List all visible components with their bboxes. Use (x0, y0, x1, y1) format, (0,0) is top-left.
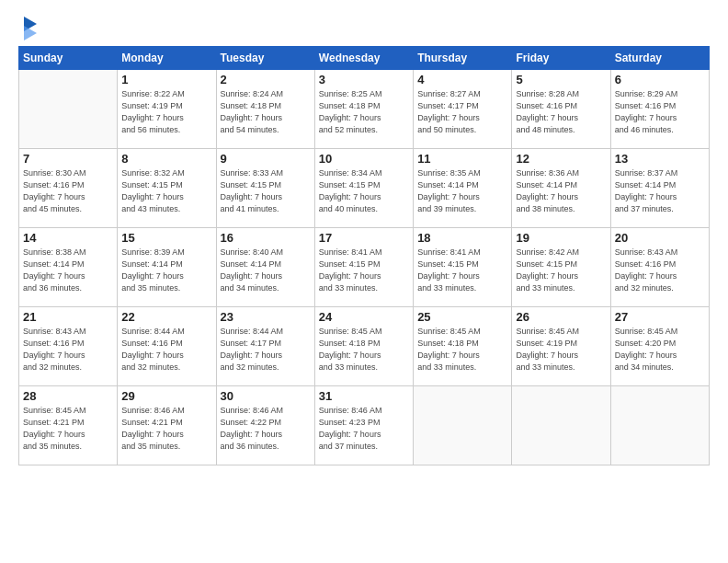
day-number: 16 (221, 231, 311, 245)
calendar-cell: 1Sunrise: 8:22 AM Sunset: 4:19 PM Daylig… (118, 70, 216, 149)
calendar-week-4: 21Sunrise: 8:43 AM Sunset: 4:16 PM Dayli… (19, 307, 710, 386)
day-info: Sunrise: 8:44 AM Sunset: 4:17 PM Dayligh… (221, 326, 311, 373)
weekday-header-sunday: Sunday (19, 47, 118, 70)
day-number: 6 (615, 73, 705, 86)
weekday-header-tuesday: Tuesday (216, 47, 314, 70)
day-info: Sunrise: 8:43 AM Sunset: 4:16 PM Dayligh… (23, 326, 113, 373)
day-info: Sunrise: 8:37 AM Sunset: 4:14 PM Dayligh… (615, 167, 705, 215)
weekday-header-monday: Monday (118, 47, 216, 70)
calendar-cell: 7Sunrise: 8:30 AM Sunset: 4:16 PM Daylig… (19, 149, 118, 228)
calendar-cell: 28Sunrise: 8:45 AM Sunset: 4:21 PM Dayli… (19, 386, 118, 465)
header (18, 15, 710, 40)
day-info: Sunrise: 8:22 AM Sunset: 4:19 PM Dayligh… (121, 88, 211, 136)
calendar-week-5: 28Sunrise: 8:45 AM Sunset: 4:21 PM Dayli… (19, 386, 710, 465)
day-number: 29 (121, 389, 211, 403)
day-info: Sunrise: 8:28 AM Sunset: 4:16 PM Dayligh… (516, 88, 606, 136)
calendar-cell: 27Sunrise: 8:45 AM Sunset: 4:20 PM Dayli… (610, 307, 709, 386)
day-number: 3 (319, 73, 409, 86)
day-info: Sunrise: 8:45 AM Sunset: 4:18 PM Dayligh… (417, 326, 507, 373)
day-info: Sunrise: 8:45 AM Sunset: 4:20 PM Dayligh… (615, 326, 705, 373)
day-info: Sunrise: 8:46 AM Sunset: 4:23 PM Dayligh… (319, 405, 409, 453)
calendar-cell: 4Sunrise: 8:27 AM Sunset: 4:17 PM Daylig… (414, 70, 512, 149)
calendar-cell: 31Sunrise: 8:46 AM Sunset: 4:23 PM Dayli… (314, 386, 413, 465)
calendar-cell: 22Sunrise: 8:44 AM Sunset: 4:16 PM Dayli… (118, 307, 216, 386)
day-number: 22 (121, 310, 211, 324)
day-info: Sunrise: 8:46 AM Sunset: 4:21 PM Dayligh… (121, 405, 211, 453)
day-number: 13 (615, 152, 705, 166)
calendar-cell: 11Sunrise: 8:35 AM Sunset: 4:14 PM Dayli… (414, 149, 512, 228)
day-info: Sunrise: 8:45 AM Sunset: 4:18 PM Dayligh… (319, 326, 409, 373)
day-number: 11 (417, 152, 507, 166)
calendar-week-2: 7Sunrise: 8:30 AM Sunset: 4:16 PM Daylig… (19, 149, 710, 228)
day-number: 26 (516, 310, 606, 324)
day-info: Sunrise: 8:43 AM Sunset: 4:16 PM Dayligh… (615, 247, 705, 294)
calendar-cell: 10Sunrise: 8:34 AM Sunset: 4:15 PM Dayli… (314, 149, 413, 228)
day-info: Sunrise: 8:24 AM Sunset: 4:18 PM Dayligh… (221, 88, 311, 136)
day-number: 2 (221, 73, 311, 86)
day-number: 7 (23, 152, 113, 166)
day-info: Sunrise: 8:42 AM Sunset: 4:15 PM Dayligh… (516, 247, 606, 294)
day-info: Sunrise: 8:32 AM Sunset: 4:15 PM Dayligh… (121, 167, 211, 215)
calendar-cell: 18Sunrise: 8:41 AM Sunset: 4:15 PM Dayli… (414, 228, 512, 307)
day-info: Sunrise: 8:34 AM Sunset: 4:15 PM Dayligh… (319, 167, 409, 215)
calendar-week-3: 14Sunrise: 8:38 AM Sunset: 4:14 PM Dayli… (19, 228, 710, 307)
day-info: Sunrise: 8:39 AM Sunset: 4:14 PM Dayligh… (121, 247, 211, 294)
day-number: 15 (121, 231, 211, 245)
calendar-cell: 9Sunrise: 8:33 AM Sunset: 4:15 PM Daylig… (216, 149, 314, 228)
calendar-cell: 17Sunrise: 8:41 AM Sunset: 4:15 PM Dayli… (314, 228, 413, 307)
day-info: Sunrise: 8:46 AM Sunset: 4:22 PM Dayligh… (221, 405, 311, 453)
weekday-header-row: SundayMondayTuesdayWednesdayThursdayFrid… (19, 47, 710, 70)
day-info: Sunrise: 8:38 AM Sunset: 4:14 PM Dayligh… (23, 247, 113, 294)
day-info: Sunrise: 8:45 AM Sunset: 4:19 PM Dayligh… (516, 326, 606, 373)
logo-icon (20, 15, 40, 40)
calendar-cell: 21Sunrise: 8:43 AM Sunset: 4:16 PM Dayli… (19, 307, 118, 386)
calendar-cell: 14Sunrise: 8:38 AM Sunset: 4:14 PM Dayli… (19, 228, 118, 307)
weekday-header-friday: Friday (512, 47, 610, 70)
calendar-cell: 15Sunrise: 8:39 AM Sunset: 4:14 PM Dayli… (118, 228, 216, 307)
weekday-header-wednesday: Wednesday (314, 47, 413, 70)
calendar-cell: 23Sunrise: 8:44 AM Sunset: 4:17 PM Dayli… (216, 307, 314, 386)
calendar-cell (610, 386, 709, 465)
day-info: Sunrise: 8:45 AM Sunset: 4:21 PM Dayligh… (23, 405, 113, 453)
day-number: 18 (417, 231, 507, 245)
calendar-cell: 19Sunrise: 8:42 AM Sunset: 4:15 PM Dayli… (512, 228, 610, 307)
day-info: Sunrise: 8:36 AM Sunset: 4:14 PM Dayligh… (516, 167, 606, 215)
day-number: 28 (23, 389, 113, 403)
day-number: 20 (615, 231, 705, 245)
calendar-cell: 30Sunrise: 8:46 AM Sunset: 4:22 PM Dayli… (216, 386, 314, 465)
day-number: 8 (121, 152, 211, 166)
day-info: Sunrise: 8:25 AM Sunset: 4:18 PM Dayligh… (319, 88, 409, 136)
calendar-cell (414, 386, 512, 465)
day-number: 9 (221, 152, 311, 166)
calendar-cell: 3Sunrise: 8:25 AM Sunset: 4:18 PM Daylig… (314, 70, 413, 149)
day-number: 31 (319, 389, 409, 403)
calendar-cell (19, 70, 118, 149)
calendar-cell: 16Sunrise: 8:40 AM Sunset: 4:14 PM Dayli… (216, 228, 314, 307)
calendar-cell: 26Sunrise: 8:45 AM Sunset: 4:19 PM Dayli… (512, 307, 610, 386)
calendar-week-1: 1Sunrise: 8:22 AM Sunset: 4:19 PM Daylig… (19, 70, 710, 149)
day-info: Sunrise: 8:30 AM Sunset: 4:16 PM Dayligh… (23, 167, 113, 215)
day-info: Sunrise: 8:41 AM Sunset: 4:15 PM Dayligh… (319, 247, 409, 294)
calendar-cell: 25Sunrise: 8:45 AM Sunset: 4:18 PM Dayli… (414, 307, 512, 386)
day-number: 10 (319, 152, 409, 166)
day-number: 24 (319, 310, 409, 324)
calendar-cell: 6Sunrise: 8:29 AM Sunset: 4:16 PM Daylig… (610, 70, 709, 149)
calendar-cell: 20Sunrise: 8:43 AM Sunset: 4:16 PM Dayli… (610, 228, 709, 307)
day-number: 5 (516, 73, 606, 86)
calendar-cell: 8Sunrise: 8:32 AM Sunset: 4:15 PM Daylig… (118, 149, 216, 228)
day-number: 25 (417, 310, 507, 324)
day-number: 27 (615, 310, 705, 324)
calendar-table: SundayMondayTuesdayWednesdayThursdayFrid… (18, 46, 710, 465)
calendar-cell: 5Sunrise: 8:28 AM Sunset: 4:16 PM Daylig… (512, 70, 610, 149)
svg-marker-1 (24, 26, 37, 40)
weekday-header-thursday: Thursday (414, 47, 512, 70)
calendar-cell: 2Sunrise: 8:24 AM Sunset: 4:18 PM Daylig… (216, 70, 314, 149)
day-number: 14 (23, 231, 113, 245)
day-info: Sunrise: 8:33 AM Sunset: 4:15 PM Dayligh… (221, 167, 311, 215)
calendar-cell: 29Sunrise: 8:46 AM Sunset: 4:21 PM Dayli… (118, 386, 216, 465)
calendar-cell (512, 386, 610, 465)
day-info: Sunrise: 8:40 AM Sunset: 4:14 PM Dayligh… (221, 247, 311, 294)
day-number: 19 (516, 231, 606, 245)
day-info: Sunrise: 8:41 AM Sunset: 4:15 PM Dayligh… (417, 247, 507, 294)
calendar-cell: 24Sunrise: 8:45 AM Sunset: 4:18 PM Dayli… (314, 307, 413, 386)
